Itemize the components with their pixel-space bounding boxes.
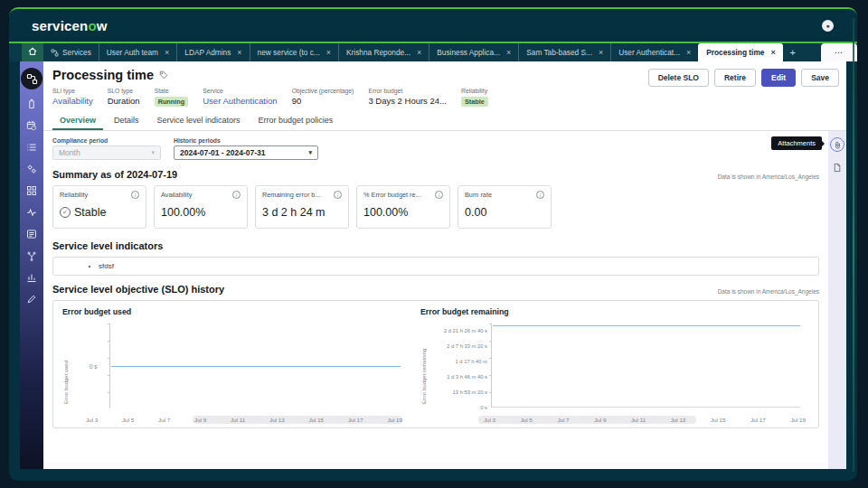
new-tab-button[interactable]: + [783,43,803,61]
chart-error-budget-remaining: Error budget remainingError budget remai… [406,307,809,424]
tab-error-budget-policies[interactable]: Error budget policies [251,111,341,130]
screenshot-root: { "brand": {"logo_prefix": "servicen", "… [0,0,868,488]
card-value: 100.00% [161,206,241,219]
info-icon[interactable]: i [334,191,342,199]
tab-service-level-indicators[interactable]: Service level indicators [150,111,248,130]
meta-label: Objective (percentage) [292,88,354,94]
sli-list-item[interactable]: sfdsf [99,262,811,270]
meta-field-sli-type: SLI typeAvailability [52,88,93,107]
tab-details[interactable]: Details [107,111,146,130]
meta-field-error-budget: Error budget3 Days 2 Hours 24... [368,88,447,107]
summary-card-reliability: Reliabilityi✓Stable [52,185,146,229]
meta-label: Service [203,88,277,94]
tab-overflow-button[interactable]: ⋯ [821,43,857,61]
retire-button[interactable]: Retire [714,69,756,87]
info-icon[interactable]: i [131,191,139,199]
sidebar-item-pulse[interactable] [24,205,39,220]
y-tick-label: 2 d 21 h 26 m 40 s [444,328,487,333]
workspace-tab-ldap-admins[interactable]: LDAP Admins× [176,43,249,61]
home-button[interactable] [22,43,43,61]
close-tab-icon[interactable]: × [686,48,691,57]
meta-value[interactable]: Availability [52,96,93,106]
info-icon[interactable]: i [435,191,443,199]
card-value: ✓Stable [60,206,139,219]
x-tick-label: Jul 19 [387,417,402,423]
x-tick-labels: Jul 3Jul 5Jul 7Jul 9Jul 11Jul 13Jul 15Ju… [484,417,806,423]
record-actions: Delete SLORetireEditSave [648,69,839,87]
close-tab-icon[interactable]: × [237,48,241,57]
sli-list-box: sfdsf [52,257,819,276]
close-tab-icon[interactable]: × [599,48,603,57]
sidebar-item-list-box[interactable] [24,227,39,241]
x-tick-label: Jul 9 [194,417,206,423]
sidebar-item-menu-list[interactable] [24,140,39,155]
info-icon[interactable]: i [536,191,544,199]
meta-field-slo-type: SLO typeDuration [108,88,140,107]
list-box-icon [26,229,37,239]
chevron-down-icon: ▾ [151,149,155,156]
card-value-text: 100.00% [363,206,408,219]
sidebar-item-pencil[interactable] [24,292,39,306]
tab-label: User Auth team [107,48,158,57]
workspace-tab-user-authenticat[interactable]: User Authenticat...× [610,43,698,61]
x-tick-label: Jul 5 [521,417,533,423]
tag-icon[interactable] [159,70,168,80]
status-badge: Stable [461,97,488,107]
series-line [111,366,401,368]
historic-periods-select[interactable]: 2024-07-01 - 2024-07-31▾ [174,145,318,160]
close-tab-icon[interactable]: × [417,48,421,57]
tab-overview[interactable]: Overview [52,111,103,130]
card-value-text: Stable [74,206,106,219]
delete-slo-button[interactable]: Delete SLO [648,69,709,87]
sli-header: Service level indicators [52,240,819,251]
user-avatar[interactable]: ● [822,20,834,32]
workspace-tab-services[interactable]: Services [43,43,99,61]
workspace-tab-krishna-reponde[interactable]: Krishna Reponde...× [338,43,429,61]
card-title-row: Availabilityi [161,191,241,199]
workspace-tab-sam-tab-based-s[interactable]: Sam Tab-based S...× [518,43,610,61]
card-title-row: Reliabilityi [60,191,139,199]
edit-button[interactable]: Edit [761,69,796,87]
bar-chart-icon [26,272,37,283]
tab-label: new service (to c... [258,48,320,57]
chart-error-budget-used: Error budget usedError budget used0 sJul… [62,307,406,424]
sidebar-item-grid[interactable] [24,183,39,198]
x-tick-label: Jul 15 [711,417,726,423]
workspace-tab-business-applica[interactable]: Business Applica...× [429,43,518,61]
pulse-icon [26,207,37,218]
notes-button[interactable] [833,160,842,176]
sidebar-item-gears[interactable] [24,162,39,176]
save-button[interactable]: Save [801,69,839,87]
close-tab-icon[interactable]: × [506,48,511,57]
card-title: Availability [161,191,192,199]
sidebar-item-workflow[interactable] [21,68,42,89]
x-tick-label: Jul 17 [750,417,766,423]
close-tab-icon[interactable]: × [770,48,775,57]
workspace-tab-new-service-to-c[interactable]: new service (to c...× [250,43,338,61]
left-sidebar [20,61,43,469]
right-rail [828,131,846,469]
card-value-text: 3 d 2 h 24 m [262,206,326,219]
close-tab-icon[interactable]: × [326,48,331,57]
meta-field-service: ServiceUser Authentication [203,88,277,107]
meta-label: Reliability [461,88,488,94]
tab-label: Krishna Reponde... [346,48,410,57]
attachments-button[interactable] [830,137,844,152]
sidebar-item-branch[interactable] [24,249,39,263]
x-tick-label: Jul 19 [790,417,806,423]
sidebar-item-bar-chart[interactable] [24,270,39,285]
y-axis-label: Error budget used [63,324,69,404]
workspace-tab-processing-time[interactable]: Processing time× [698,43,782,61]
card-title: % Error budget re... [363,191,421,199]
page-title: Processing time [52,68,154,82]
meta-field-state: StateRunning [155,88,189,107]
close-tab-icon[interactable]: × [165,48,169,57]
sidebar-item-calendar-clock[interactable] [24,118,39,133]
sidebar-item-battery[interactable] [24,97,39,111]
info-icon[interactable]: i [232,191,241,199]
calendar-clock-icon [26,120,37,131]
meta-value[interactable]: User Authentication [203,96,277,106]
card-title-row: Burn ratei [465,191,544,199]
compliance-period-select[interactable]: Month▾ [52,145,161,160]
workspace-tab-user-auth-team[interactable]: User Auth team× [99,43,176,61]
